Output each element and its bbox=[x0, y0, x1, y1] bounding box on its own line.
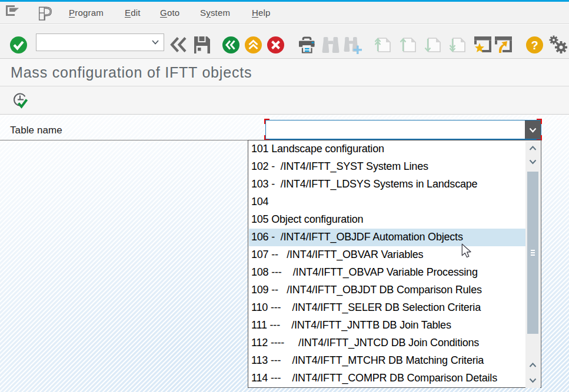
svg-text:?: ? bbox=[531, 39, 538, 52]
